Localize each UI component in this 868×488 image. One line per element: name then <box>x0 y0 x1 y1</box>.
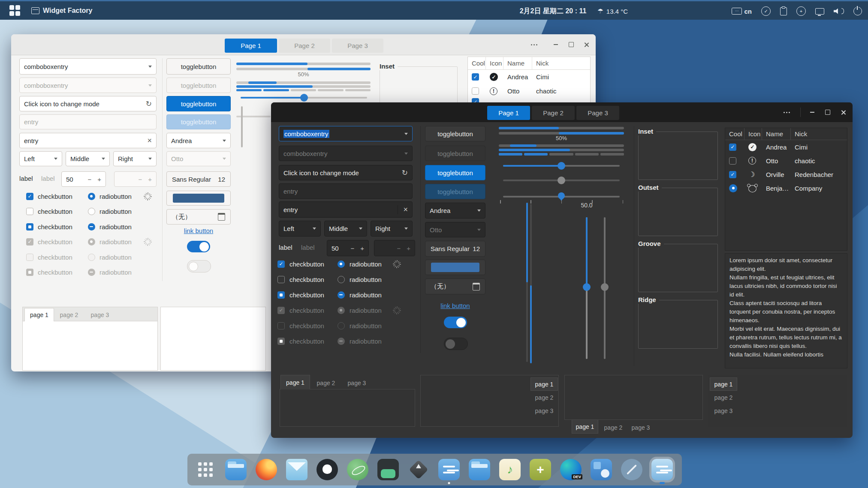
software-store-icon[interactable] <box>591 459 612 480</box>
extensions-icon[interactable]: + <box>530 459 551 480</box>
notebook1-tab-page3[interactable]: page 3 <box>344 376 370 389</box>
col-name[interactable]: Name <box>762 128 791 140</box>
col-icon[interactable]: Icon <box>486 57 503 69</box>
switch-on[interactable] <box>187 241 210 252</box>
firefox-icon[interactable] <box>256 459 277 480</box>
tab-page2[interactable]: Page 2 <box>532 106 575 120</box>
name-combobox[interactable]: Andrea <box>425 203 485 219</box>
inkscape-icon[interactable] <box>408 459 429 480</box>
table-row[interactable]: ! Otto chaotic <box>725 154 847 168</box>
mail-icon[interactable] <box>286 459 307 480</box>
col-nick[interactable]: Nick <box>791 128 847 140</box>
weather-widget[interactable]: ☂ 13.4 °C <box>597 7 628 15</box>
font-button[interactable]: Sans Regular12 <box>166 171 231 187</box>
table-row[interactable]: ✓ ✓ Andrea Cimi <box>468 70 590 84</box>
keyboard-layout-indicator[interactable]: ⋯ cn <box>732 8 752 15</box>
app-grid-icon[interactable] <box>195 459 216 480</box>
align-dropdown-middle[interactable]: Middle <box>324 221 367 237</box>
notebook3-tab-page2[interactable]: page 2 <box>601 421 626 434</box>
name-combobox[interactable]: Andrea <box>166 133 231 148</box>
calendar-button[interactable]: （无） <box>425 278 485 294</box>
updates-tray-icon[interactable]: ✓ <box>761 6 771 16</box>
checkbox-indeterminate[interactable] <box>26 223 33 231</box>
spin-minus-icon[interactable]: − <box>87 176 91 183</box>
radio-selected[interactable] <box>88 193 95 200</box>
disabled-app-icon[interactable] <box>621 459 642 480</box>
switch-on[interactable] <box>444 317 467 328</box>
notebook2-tab-page1[interactable]: page 1 <box>530 377 558 391</box>
link-button[interactable]: link button <box>425 302 485 309</box>
col-icon[interactable]: Icon <box>744 128 762 140</box>
tab-page3[interactable]: Page 3 <box>576 106 619 120</box>
clear-icon[interactable]: × <box>147 136 152 145</box>
tab-page2[interactable]: Page 2 <box>279 39 330 53</box>
col-name[interactable]: Name <box>503 57 532 69</box>
notebook3-tab-page3[interactable]: page 3 <box>628 421 653 434</box>
minimize-button[interactable] <box>806 106 818 118</box>
close-button[interactable] <box>837 106 849 118</box>
radio-selected[interactable] <box>338 260 345 268</box>
edge-dev-icon[interactable]: DEV <box>560 459 582 480</box>
togglebutton-active[interactable]: togglebutton <box>425 165 485 180</box>
list-table[interactable]: Cool Icon Name Nick ✓ ✓ Andrea Cimi ! Ot… <box>725 128 847 251</box>
radio-indeterminate[interactable] <box>338 291 345 299</box>
refresh-icon[interactable]: ↻ <box>402 168 408 177</box>
list-table[interactable]: Cool Icon Name Nick ✓ ✓ Andrea Cimi ! Ot… <box>467 57 591 105</box>
entry-clearable[interactable]: entry× <box>279 201 413 218</box>
tab-page1[interactable]: Page 1 <box>225 39 277 53</box>
checkbox-checked[interactable]: ✓ <box>26 193 33 200</box>
music-player-icon[interactable]: ♪ <box>499 459 521 480</box>
color-button[interactable] <box>425 260 485 275</box>
file-manager2-icon[interactable] <box>469 459 490 480</box>
hscale[interactable] <box>503 165 620 167</box>
row-checkbox-checked[interactable]: ✓ <box>729 171 736 178</box>
clipboard-tray-icon[interactable] <box>780 7 787 15</box>
align-dropdown-left[interactable]: Left <box>19 151 62 166</box>
widget-tweaks-icon[interactable] <box>651 459 673 480</box>
notebook4-tab-page1[interactable]: page 1 <box>710 377 737 391</box>
lorem-textview[interactable]: Lorem ipsum dolor sit amet, consectetur … <box>725 253 847 368</box>
spinbutton[interactable]: 50−+ <box>327 240 369 256</box>
tab-page3[interactable]: Page 3 <box>332 39 383 53</box>
notebook3-tab-page1[interactable]: page 1 <box>572 420 598 434</box>
row-checkbox-checked[interactable]: ✓ <box>729 144 736 151</box>
spin-plus-icon[interactable]: + <box>360 245 364 252</box>
network-tray-icon[interactable] <box>815 8 824 15</box>
clear-icon[interactable]: × <box>398 205 408 214</box>
refresh-icon[interactable]: ↻ <box>146 99 152 108</box>
vscale[interactable] <box>586 217 588 359</box>
spinbutton[interactable]: 50−+ <box>61 171 106 187</box>
file-manager-icon[interactable] <box>225 459 247 480</box>
git-client-icon[interactable] <box>377 459 399 480</box>
row-checkbox-unchecked[interactable] <box>472 87 479 95</box>
notebook-tab-page2[interactable]: page 2 <box>56 308 82 321</box>
comboboxentry[interactable]: comboboxentry <box>19 58 157 75</box>
table-header-row[interactable]: Cool Icon Name Nick <box>725 128 847 140</box>
comboboxentry[interactable]: comboboxentry <box>279 126 413 141</box>
col-nick[interactable]: Nick <box>532 57 590 69</box>
checkbox-checked[interactable]: ✓ <box>277 260 285 268</box>
checkbox-indeterminate[interactable] <box>277 291 285 299</box>
radio-unselected[interactable] <box>88 208 95 215</box>
maximize-button[interactable] <box>565 39 577 51</box>
link-button[interactable]: link button <box>166 227 231 234</box>
spin-minus-icon[interactable]: − <box>350 245 354 252</box>
checkbox-unchecked[interactable] <box>26 208 33 215</box>
spin-plus-icon[interactable]: + <box>97 176 101 183</box>
accessibility-tray-icon[interactable]: + <box>796 6 806 16</box>
font-button[interactable]: Sans Regular12 <box>425 241 485 257</box>
row-radio-selected[interactable] <box>729 184 737 192</box>
notebook-tab-page3[interactable]: page 3 <box>87 308 113 321</box>
color-button[interactable] <box>166 191 231 206</box>
scale-handle[interactable] <box>300 94 308 102</box>
table-row[interactable]: ! Otto chaotic <box>468 84 590 98</box>
table-row[interactable]: ✓ ✓ Andrea Cimi <box>725 140 847 154</box>
align-dropdown-middle[interactable]: Middle <box>66 151 110 166</box>
notebook2-tab-page2[interactable]: page 2 <box>530 391 558 404</box>
table-header-row[interactable]: Cool Icon Name Nick <box>468 57 590 70</box>
light-window-headerbar[interactable]: Page 1 Page 2 Page 3 <box>11 34 596 55</box>
vscale-handle[interactable] <box>583 283 591 291</box>
notebook4-tab-page3[interactable]: page 3 <box>710 404 737 417</box>
align-dropdown-right[interactable]: Right <box>371 221 413 237</box>
atom-icon[interactable] <box>347 459 368 480</box>
